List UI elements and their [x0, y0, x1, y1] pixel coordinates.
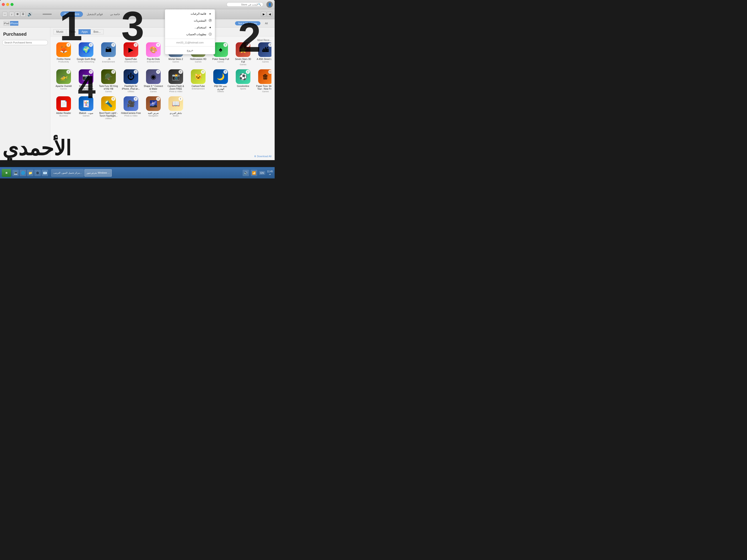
app-category: Games	[210, 61, 231, 63]
title-bar: 🔍 👤	[0, 0, 275, 9]
device-ipad-tab[interactable]: iPad	[4, 21, 9, 26]
app-icon-shape: ◉⬇	[146, 69, 161, 84]
app-category: Games	[143, 90, 163, 92]
app-icon-popart: 🎨⬇	[146, 42, 161, 57]
list-item[interactable]: 📖⬇ تناظر الفردي Books	[166, 96, 186, 119]
app-category: Utilities	[121, 90, 141, 92]
app-name: Poker Swap Full	[210, 58, 231, 61]
logout-button[interactable]: خروج	[165, 47, 215, 53]
taskbar-quick-launch: 💻 🌐 📁 ⚙ 📧	[12, 170, 48, 176]
app-category: Productivity	[54, 61, 74, 63]
taskbar-time: 11:45 هـ	[267, 170, 273, 176]
dropdown-usage[interactable]: ✦ استخدام...	[165, 24, 215, 31]
taskbar-icon-4[interactable]: ⚙	[34, 170, 41, 176]
list-item[interactable]: 🔦⬇ Best Flash Light! - Torch Flashlight.…	[98, 96, 119, 119]
account-icon[interactable]: 👤	[266, 1, 273, 8]
search-bar[interactable]: 🔍	[227, 2, 263, 7]
list-item[interactable]: ⚽⬇ Gooolonline Sports	[233, 69, 253, 92]
dropdown-wishlist[interactable]: ≡ قائمة الرغبات	[165, 10, 215, 17]
app-name: A 45th Street Lite	[255, 58, 272, 61]
sidebar-search-input[interactable]	[2, 40, 48, 45]
list-item[interactable]: 📸⬇ Camera Flash & Zoom FREE Photo & Vide…	[166, 69, 186, 92]
taskbar-app-1[interactable]: مركز تحميل الصور، الترتيب...	[51, 169, 84, 177]
list-item[interactable]: ⏻⬇ Flashlight for iPhone, iPad an... Uti…	[121, 69, 141, 92]
list-item[interactable]: 🪖⬇ Tank Fury 3D King of the Hill Games	[98, 69, 119, 92]
view-grid-icon[interactable]: ⊞	[15, 12, 20, 17]
taskbar-icon-1[interactable]: 💻	[12, 170, 19, 176]
list-item[interactable]: ⭐⬇ Seven Stars 3D Full Games	[233, 42, 253, 65]
taskbar-network-icon[interactable]: 📶	[251, 170, 257, 176]
view-list-icon[interactable]: ☰	[21, 12, 26, 17]
list-item[interactable]: ◉⬇ Shape It * Connect & Make Games	[143, 69, 163, 92]
cat-music[interactable]: Music	[53, 29, 67, 34]
list-item[interactable]: 🏔⬇ ...th Entertainment	[98, 42, 119, 65]
list-item[interactable]: 🗑FREE Paper Toss: World Tour - Now Free …	[255, 69, 272, 92]
list-item[interactable]: 📄 Adobe Reader Business	[54, 96, 74, 119]
cat-films[interactable]: Films	[66, 29, 79, 34]
filter-not-in-library-tab[interactable]: Not in My Library	[235, 21, 260, 25]
list-item[interactable]: 🃏 iBaloot - صوت Games	[76, 96, 96, 119]
app-name: Shape It * Connect & Make	[143, 85, 163, 90]
app-icon-papertoss: 🗑FREE	[258, 69, 272, 84]
taskbar-app-2[interactable]: بعرض صور Windows ...	[84, 169, 112, 177]
main-content: Music Films Apps Boo... Most Rece... 🦊⬇ …	[50, 27, 275, 160]
cat-books[interactable]: Boo...	[91, 29, 103, 34]
app-name: ...th	[98, 58, 119, 61]
download-all-button[interactable]: ⬇ Download All	[254, 155, 272, 158]
dropdown-purchases[interactable]: Ⓟ المشتريات	[165, 17, 215, 24]
taskbar-icon-5[interactable]: 📧	[42, 170, 48, 176]
minimize-button[interactable]	[6, 3, 9, 6]
list-item[interactable]: ▶⬇ SpeedTube Entertainment	[121, 42, 141, 65]
search-input[interactable]	[228, 3, 258, 6]
app-name: Mortal Skies 2	[166, 58, 186, 61]
tab-mine[interactable]: خاصة بي	[107, 11, 123, 17]
tab-playlists[interactable]: قوائم التشغيل	[83, 11, 106, 17]
tab-itunes-store[interactable]: iTunes Store	[60, 11, 83, 17]
list-item[interactable]: 🌙⬇ iHijri lite تنقيه الهجري Utilities	[210, 69, 231, 92]
app-category: Social Networking	[76, 61, 96, 63]
app-name: تعرض القبة	[143, 112, 163, 115]
taskbar-icon-2[interactable]: 🌐	[20, 170, 26, 176]
list-item[interactable]: 🦊⬇ Firefox Home Productivity	[54, 42, 74, 65]
app-category: Business	[54, 115, 74, 117]
app-category: Utilities	[210, 90, 231, 92]
nav-forward-button[interactable]: ▶	[261, 12, 266, 17]
language-indicator[interactable]: EN	[259, 171, 265, 175]
list-item[interactable]: 📷⬇ XLCamera® - iPhone Edition Utilities	[76, 69, 96, 92]
list-item[interactable]: 🏙⬇ A 45th Street Lite Games	[255, 42, 272, 65]
nav-back-button[interactable]: ◀	[267, 12, 272, 17]
device-iphone-tab[interactable]: iPhone	[10, 21, 18, 26]
app-name: Seven Stars 3D Full	[233, 58, 253, 63]
view-music-icon[interactable]: ♪	[9, 12, 14, 17]
main-nav-tabs: الموسيقى خاصة بي قوائم التشغيل iTunes St…	[60, 11, 142, 17]
taskbar-speaker-icon[interactable]: 🔊	[242, 170, 249, 176]
app-category: Entertainment	[143, 61, 163, 63]
list-item[interactable]: 🌌⬇ تعرض القبة Navigation	[143, 96, 163, 119]
taskbar: ⊞ 💻 🌐 📁 ⚙ 📧 مركز تحميل الصور، الترتيب...…	[0, 167, 275, 179]
taskbar-icon-3[interactable]: 📁	[27, 170, 33, 176]
tab-music[interactable]: الموسيقى	[124, 11, 142, 17]
list-item[interactable]: 🚁⬇ Apache Overkill Games	[54, 69, 74, 92]
list-item[interactable]: 🐱⬇ CartoonTube Entertainment	[188, 69, 208, 92]
volume-icon[interactable]: 🔊	[27, 12, 32, 17]
start-button[interactable]: ⊞	[2, 169, 11, 177]
cat-apps[interactable]: Apps	[78, 29, 91, 34]
app-icon-bestflash: 🔦⬇	[101, 96, 116, 111]
close-button[interactable]	[2, 3, 5, 6]
filter-all-tab[interactable]: All	[262, 21, 271, 25]
app-category: Games	[76, 115, 96, 117]
list-item[interactable]: 🌍⬇ Google Earth Blog Social Networking	[76, 42, 96, 65]
maximize-button[interactable]	[10, 3, 14, 6]
app-icon-tank: 🪖⬇	[101, 69, 116, 84]
app-name: XLCamera® - iPhone Edition	[76, 85, 96, 90]
search-icon: 🔍	[258, 3, 261, 6]
list-item[interactable]: 🎨⬇ Pop Art Dots Entertainment	[143, 42, 163, 65]
app-category: Utilities	[98, 117, 119, 119]
dropdown-account-info[interactable]: Ⓘ معلومات الحساب	[165, 31, 215, 38]
app-category: Games	[233, 63, 253, 65]
list-item[interactable]: 🎥⬇ iVideoCamera Free Photo & Video	[121, 96, 141, 119]
app-category: Games	[166, 61, 186, 63]
account-dropdown: ≡ قائمة الرغبات Ⓟ المشتريات ✦ استخدام...…	[165, 9, 215, 54]
more-options-icon[interactable]: ···	[2, 12, 7, 17]
dropdown-separator-2	[165, 46, 215, 47]
